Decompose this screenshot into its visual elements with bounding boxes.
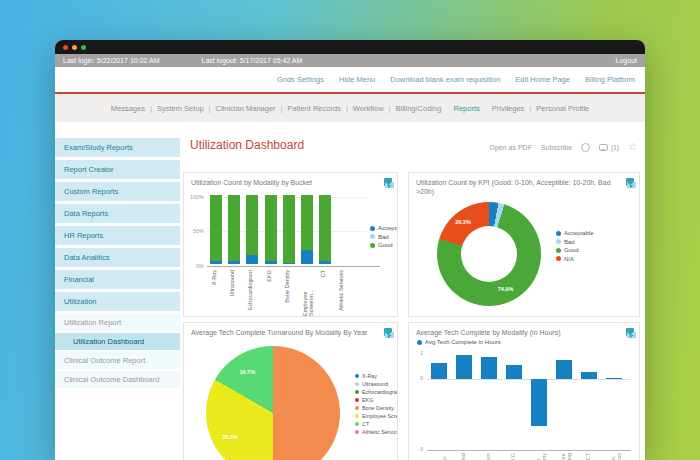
minimize-window-icon[interactable] [72, 45, 77, 50]
menu-item-messages[interactable]: Messages [111, 104, 145, 113]
sidebar-item-exam-study-reports[interactable]: Exam/Study Reports [55, 138, 180, 157]
value-bar[interactable] [606, 378, 622, 379]
main-menu: Messages|System Setup|Clinician Manager|… [55, 94, 645, 122]
chart2-legend: AcceptableBadGoodN/A [556, 230, 594, 264]
legend-color-dot [556, 256, 561, 261]
stacked-bar[interactable] [210, 195, 222, 264]
sidebar-item-custom-reports[interactable]: Custom Reports [55, 182, 180, 201]
x-axis-label: Bone Density [285, 270, 291, 303]
value-bar[interactable] [431, 363, 447, 379]
toolbar-link[interactable]: Edit Home Page [515, 75, 570, 84]
menu-separator: | [150, 104, 152, 113]
legend-label: Bone Density [362, 405, 394, 411]
legend-label: CT [362, 421, 369, 427]
page-title: Utilization Dashboard [190, 138, 304, 152]
y-tick: 50% [186, 228, 204, 234]
bar-segment-good [228, 195, 240, 261]
toolbar-link[interactable]: Grids Settings [277, 75, 324, 84]
menu-item-workflow[interactable]: Workflow [353, 104, 384, 113]
legend-color-dot [556, 239, 561, 244]
bar-segment-acceptable [301, 250, 313, 264]
sidebar-item-report-creator[interactable]: Report Creator [55, 160, 180, 179]
value-bar[interactable] [506, 365, 522, 379]
y-tick: 100% [186, 194, 204, 200]
stacked-bar[interactable] [283, 195, 295, 264]
settings-icon[interactable] [581, 143, 590, 152]
toolbar-link[interactable]: Billing Platform [585, 75, 635, 84]
comments-icon[interactable] [599, 144, 608, 151]
stacked-bar[interactable] [265, 195, 277, 264]
sidebar-item-financial[interactable]: Financial [55, 270, 180, 289]
value-bar[interactable] [456, 355, 472, 379]
value-bar[interactable] [481, 357, 497, 380]
value-bar[interactable] [556, 360, 572, 379]
maximize-window-icon[interactable] [81, 45, 86, 50]
legend-color-dot [355, 406, 359, 410]
menu-item-billing-coding[interactable]: Billing/Coding [396, 104, 442, 113]
legend-label: Employee Screen... [362, 413, 398, 419]
menu-item-personal-profile[interactable]: Personal Profile [536, 104, 589, 113]
legend-row: Ultrasound [355, 381, 398, 387]
toolbar-link[interactable]: Download blank exam requisition [390, 75, 500, 84]
legend-row: Acceptable [556, 230, 594, 236]
menu-separator [446, 104, 448, 113]
sidebar-item-utilization-dashboard[interactable]: Utilization Dashboard [55, 333, 180, 350]
menu-item-patient-records[interactable]: Patient Records [288, 104, 341, 113]
menu-item-system-setup[interactable]: System Setup [157, 104, 204, 113]
legend-color-dot [370, 226, 375, 231]
export-chart-icon[interactable] [384, 178, 392, 186]
app-window: Last login: 5/22/2017 10:02 AM Last logo… [55, 40, 645, 460]
value-bar[interactable] [531, 379, 547, 426]
donut-chart[interactable] [437, 202, 541, 306]
logout-link[interactable]: Logout [616, 57, 637, 64]
sidebar-item-data-reports[interactable]: Data Reports [55, 204, 180, 223]
menu-item-clinician-manager[interactable]: Clinician Manager [216, 104, 276, 113]
export-chart-icon[interactable] [384, 328, 392, 336]
menu-separator: | [529, 104, 531, 113]
y-tick: 0% [186, 263, 204, 269]
sidebar-item-clinical-outcome-dashboard[interactable]: Clinical Outcome Dashboard [55, 371, 180, 388]
menu-item-privileges[interactable]: Privileges [492, 104, 525, 113]
sidebar-item-data-analitics[interactable]: Data Analitics [55, 248, 180, 267]
legend-color-dot [355, 382, 359, 386]
slice-value-label: 74.9% [498, 286, 514, 292]
legend-label: X-Ray [362, 373, 377, 379]
legend-color-dot [370, 234, 375, 239]
legend-row: Employee Screen... [355, 413, 398, 419]
x-axis-label: Employee Screening [561, 453, 572, 460]
value-bar[interactable] [581, 372, 597, 380]
close-window-icon[interactable] [63, 45, 68, 50]
chart-title: Utilization Count by Modality by Bucket [191, 178, 330, 187]
legend-label: Good [564, 247, 579, 253]
toolbar-link[interactable]: Hide Menu [339, 75, 375, 84]
subscribe-link[interactable]: Subscribe [541, 144, 572, 151]
legend-row: X-Ray [355, 373, 398, 379]
x-axis-label: Ultrasound [461, 453, 467, 460]
legend-color-dot [370, 243, 375, 248]
sidebar-item-utilization[interactable]: Utilization [55, 292, 180, 311]
legend-row: N/A [556, 256, 594, 262]
legend-row: Acceptable [370, 225, 398, 231]
y-tick: 1 [409, 350, 423, 356]
stacked-bar[interactable] [246, 195, 258, 264]
dashboard-main: Utilization Dashboard Open as PDF Subscr… [180, 122, 645, 460]
sidebar-item-hr-reports[interactable]: HR Reports [55, 226, 180, 245]
open-as-pdf-link[interactable]: Open as PDF [490, 144, 532, 151]
pie-chart[interactable] [206, 346, 340, 460]
last-logout-text: Last logout: 5/17/2017 05:42 AM [202, 57, 303, 64]
session-status-bar: Last login: 5/22/2017 10:02 AM Last logo… [55, 54, 645, 67]
export-chart-icon[interactable] [626, 328, 634, 336]
chart-title: Average Tech Complete by Modality (in Ho… [416, 328, 578, 337]
menu-item-reports[interactable]: Reports [453, 104, 479, 113]
menu-separator: | [209, 104, 211, 113]
bar-segment-good [283, 195, 295, 263]
stacked-bar[interactable] [228, 195, 240, 264]
chart1-legend: AcceptableBadGood [370, 225, 398, 251]
export-chart-icon[interactable] [626, 178, 634, 186]
favorite-star-icon[interactable]: ☆ [628, 142, 637, 152]
sidebar-item-clinical-outcome-report[interactable]: Clinical Outcome Report [55, 352, 180, 369]
x-axis-line [427, 450, 631, 451]
sidebar-item-utilization-report[interactable]: Utilization Report [55, 314, 180, 331]
stacked-bar[interactable] [301, 195, 313, 264]
stacked-bar[interactable] [319, 195, 331, 264]
